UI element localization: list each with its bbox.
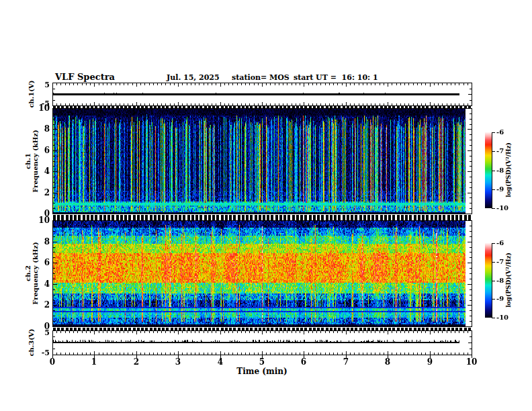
tick-mark <box>371 353 371 355</box>
tick-mark <box>191 103 191 105</box>
tick-mark <box>317 215 320 220</box>
tick-mark <box>270 353 271 355</box>
tick-mark <box>270 331 271 333</box>
tick-mark <box>77 331 78 333</box>
tick-mark <box>363 215 366 220</box>
tick-mark <box>347 215 349 220</box>
tick-mark <box>53 321 55 322</box>
tick-mark <box>137 215 140 220</box>
tick-mark <box>174 331 175 333</box>
tick-mark <box>99 331 99 333</box>
tick-mark <box>66 106 69 108</box>
tick-mark <box>266 103 267 105</box>
tick-mark <box>137 106 140 108</box>
tick-mark <box>238 106 240 108</box>
tick-mark <box>52 351 53 355</box>
tick-mark <box>191 215 194 220</box>
tick-mark <box>204 331 204 333</box>
tick-mark <box>492 243 495 244</box>
tick-mark <box>468 353 468 355</box>
tick-mark <box>61 106 64 108</box>
tick-mark <box>86 331 87 333</box>
tick-mark <box>425 103 426 105</box>
tick-mark <box>334 106 337 108</box>
tick-mark <box>492 262 495 263</box>
tick-mark <box>329 83 330 85</box>
tick-mark <box>287 353 287 355</box>
tick-mark <box>262 351 263 355</box>
ch2-freq-tick-label: 8 <box>31 237 50 246</box>
tick-mark <box>53 336 55 337</box>
tick-mark <box>95 215 97 220</box>
tick-mark <box>60 83 61 85</box>
tick-mark <box>53 231 55 232</box>
tick-mark <box>321 106 324 108</box>
tick-mark <box>451 103 451 105</box>
tick-mark <box>53 349 55 349</box>
tick-mark <box>470 156 472 156</box>
tick-mark <box>451 106 454 108</box>
tick-mark <box>355 215 357 220</box>
tick-mark <box>354 353 355 355</box>
tick-mark <box>431 106 433 108</box>
tick-mark <box>212 83 212 85</box>
tick-mark <box>334 215 337 220</box>
tick-mark <box>404 331 405 333</box>
tick-mark <box>367 328 370 330</box>
tick-mark <box>224 83 225 85</box>
tick-mark <box>470 177 472 177</box>
tick-mark <box>320 331 321 333</box>
tick-mark <box>354 331 355 333</box>
tick-mark <box>296 106 299 108</box>
tick-mark <box>120 328 123 330</box>
tick-mark <box>435 215 437 220</box>
tick-mark <box>77 353 78 355</box>
tick-mark <box>103 215 106 220</box>
tick-mark <box>238 215 240 220</box>
tick-mark <box>103 328 106 330</box>
tick-mark <box>237 103 238 105</box>
tick-mark <box>116 106 119 108</box>
tick-mark <box>255 328 257 330</box>
tick-mark <box>262 102 263 105</box>
tick-mark <box>149 83 150 85</box>
tick-mark <box>157 83 158 85</box>
tick-mark <box>208 106 211 108</box>
tick-mark <box>455 106 458 108</box>
tick-mark <box>347 328 349 330</box>
tick-mark <box>470 208 472 209</box>
tick-mark <box>232 83 233 85</box>
tick-mark <box>53 100 55 101</box>
tick-mark <box>128 353 128 355</box>
tick-mark <box>404 353 405 355</box>
tick-mark <box>367 106 370 108</box>
tick-mark <box>195 103 195 105</box>
tick-mark <box>470 236 472 237</box>
tick-mark <box>414 328 416 330</box>
tick-mark <box>116 328 119 330</box>
tick-mark <box>470 161 472 162</box>
x-tick-label: 7 <box>339 357 353 367</box>
tick-mark <box>464 328 467 330</box>
tick-mark <box>228 83 229 85</box>
tick-mark <box>363 353 363 355</box>
tick-mark <box>380 331 380 333</box>
tick-mark <box>388 351 388 355</box>
tick-mark <box>232 353 233 355</box>
ch2-freq-tick-label: 6 <box>31 258 50 267</box>
tick-mark <box>154 328 157 330</box>
tick-mark <box>112 106 114 108</box>
tick-mark <box>53 140 55 140</box>
tick-mark <box>400 83 401 85</box>
ch3-volt-tick-label: 5 <box>34 328 50 337</box>
tick-mark <box>470 295 472 295</box>
tick-mark <box>53 247 55 248</box>
tick-mark <box>308 353 309 355</box>
tick-mark <box>157 353 158 355</box>
tick-mark <box>421 83 422 85</box>
tick-mark <box>61 215 64 220</box>
tick-mark <box>417 331 418 333</box>
tick-mark <box>145 215 148 220</box>
tick-mark <box>434 103 435 105</box>
tick-mark <box>178 102 179 105</box>
